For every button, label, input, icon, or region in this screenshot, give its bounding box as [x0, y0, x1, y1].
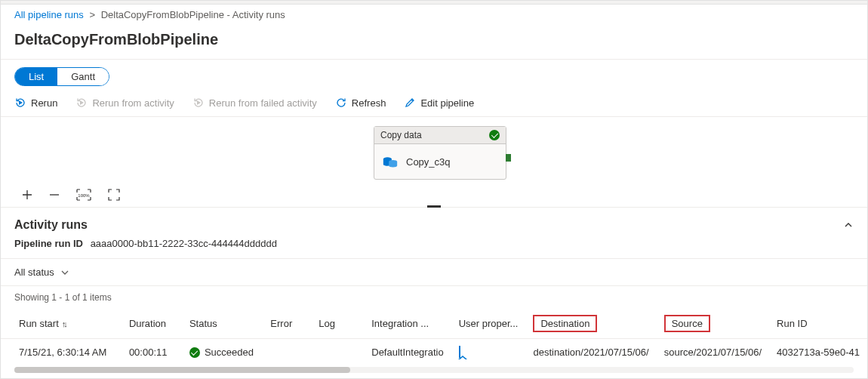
zoom-in-icon[interactable]	[22, 190, 32, 200]
horizontal-scrollbar[interactable]	[14, 367, 854, 373]
cell-run-id: 4032713a-59e0-41	[769, 339, 867, 366]
node-body: Copy_c3q	[374, 144, 506, 179]
rerun-activity-label: Rerun from activity	[92, 97, 174, 109]
col-integration[interactable]: Integration ...	[364, 309, 451, 339]
rerun-activity-icon	[75, 97, 88, 109]
success-check-icon	[189, 347, 200, 358]
refresh-button[interactable]: Refresh	[335, 97, 386, 109]
col-source[interactable]: Source	[657, 309, 769, 339]
svg-text:100%: 100%	[78, 193, 90, 198]
edit-pipeline-label: Edit pipeline	[420, 97, 474, 109]
edit-pipeline-icon	[404, 97, 416, 109]
page-title: DeltaCopyFromBlobPipeline	[1, 25, 867, 60]
col-user-properties[interactable]: User proper...	[451, 309, 526, 339]
status-filter-dropdown[interactable]: All status	[14, 263, 69, 281]
table-header-row: Run start↑↓ Duration Status Error Log In…	[1, 309, 867, 339]
view-toggle-gantt[interactable]: Gantt	[57, 68, 109, 85]
breadcrumb-separator: >	[89, 9, 95, 20]
panel-resize-handle[interactable]	[427, 205, 441, 208]
sort-icon: ↑↓	[62, 319, 66, 328]
col-log[interactable]: Log	[311, 309, 364, 339]
cell-destination: destination/2021/07/15/06/	[525, 339, 656, 366]
rerun-label: Rerun	[31, 97, 57, 109]
pipeline-canvas[interactable]: Copy data Copy_c3q 100%	[1, 117, 867, 208]
col-destination[interactable]: Destination	[525, 309, 656, 339]
toolbar: Rerun Rerun from activity Rerun from fai…	[1, 92, 867, 117]
breadcrumb-root-link[interactable]: All pipeline runs	[14, 9, 84, 20]
view-toggle: List Gantt	[14, 67, 109, 86]
edit-pipeline-button[interactable]: Edit pipeline	[404, 97, 474, 109]
col-error[interactable]: Error	[263, 309, 311, 339]
cell-run-start: 7/15/21, 6:30:14 AM	[1, 339, 122, 366]
cell-status: Succeeded	[182, 339, 263, 366]
breadcrumb-current: DeltaCopyFromBlobPipeline - Activity run…	[101, 9, 285, 20]
pipeline-run-id-row: Pipeline run ID aaaa0000-bb11-2222-33cc-…	[1, 236, 867, 258]
filter-row: All status	[1, 258, 867, 286]
cell-duration: 00:00:11	[122, 339, 182, 366]
node-header-label: Copy data	[380, 130, 422, 140]
rerun-icon	[14, 97, 26, 109]
cell-error	[263, 339, 311, 366]
cell-user-properties[interactable]	[451, 339, 526, 366]
refresh-icon	[335, 97, 347, 109]
collapse-section-icon[interactable]	[843, 220, 854, 230]
col-status[interactable]: Status	[182, 309, 263, 339]
fullscreen-icon[interactable]	[108, 189, 120, 201]
activity-runs-table: Run start↑↓ Duration Status Error Log In…	[1, 309, 867, 365]
rerun-button[interactable]: Rerun	[14, 97, 57, 109]
rerun-failed-icon	[192, 97, 205, 109]
bookmark-icon	[459, 346, 460, 358]
scrollbar-thumb[interactable]	[14, 367, 350, 373]
copy-data-icon	[382, 153, 399, 170]
zoom-reset-icon[interactable]: 100%	[76, 189, 91, 201]
activity-runs-title: Activity runs	[14, 218, 88, 232]
cell-log	[311, 339, 364, 366]
rerun-from-failed-button: Rerun from failed activity	[192, 97, 317, 109]
pipeline-run-id-value: aaaa0000-bb11-2222-33cc-444444dddddd	[91, 238, 277, 249]
refresh-label: Refresh	[352, 97, 386, 109]
chevron-down-icon	[60, 268, 69, 277]
node-header: Copy data	[374, 127, 506, 144]
pipeline-run-id-label: Pipeline run ID	[14, 238, 83, 249]
col-duration[interactable]: Duration	[122, 309, 182, 339]
view-toggle-list[interactable]: List	[15, 68, 57, 85]
cell-source: source/2021/07/15/06/	[657, 339, 769, 366]
success-check-icon	[489, 130, 500, 140]
node-output-port[interactable]	[506, 154, 511, 162]
rerun-from-activity-button: Rerun from activity	[75, 97, 174, 109]
col-run-start[interactable]: Run start↑↓	[1, 309, 122, 339]
activity-runs-section-header: Activity runs	[1, 208, 867, 236]
breadcrumb: All pipeline runs > DeltaCopyFromBlobPip…	[1, 5, 867, 25]
col-run-id[interactable]: Run ID	[769, 309, 867, 339]
zoom-out-icon[interactable]	[49, 190, 60, 200]
canvas-controls: 100%	[22, 189, 120, 201]
node-name-label: Copy_c3q	[406, 156, 451, 168]
rerun-failed-label: Rerun from failed activity	[209, 97, 317, 109]
status-filter-label: All status	[14, 267, 54, 278]
table-row[interactable]: 7/15/21, 6:30:14 AM 00:00:11 Succeeded D…	[1, 339, 867, 366]
result-count: Showing 1 - 1 of 1 items	[1, 286, 867, 309]
cell-integration: DefaultIntegratio	[364, 339, 451, 366]
activity-node[interactable]: Copy data Copy_c3q	[374, 126, 506, 180]
